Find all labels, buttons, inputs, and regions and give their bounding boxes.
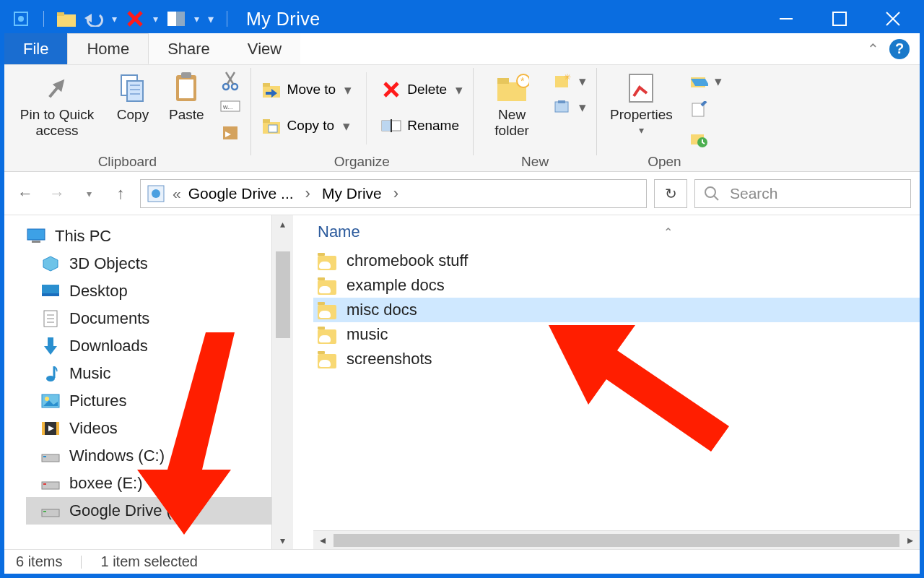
- forward-button[interactable]: →: [45, 181, 69, 206]
- tree-3d-objects[interactable]: 3D Objects: [26, 250, 271, 277]
- tree-desktop[interactable]: Desktop: [26, 277, 271, 305]
- undo-icon[interactable]: [84, 9, 103, 28]
- search-icon: [704, 186, 720, 202]
- pictures-icon: [40, 391, 61, 411]
- copy-button[interactable]: Copy: [110, 68, 156, 123]
- qat-properties-icon[interactable]: [167, 9, 186, 28]
- pin-label: Pin to Quick access: [17, 107, 97, 139]
- breadcrumb-2[interactable]: My Drive: [322, 185, 382, 202]
- scroll-right-icon[interactable]: ▸: [901, 533, 920, 547]
- scroll-thumb[interactable]: [276, 251, 290, 338]
- nav-scrollbar[interactable]: ▴ ▾: [271, 215, 293, 549]
- tree-drive-f[interactable]: Google Drive (F:): [26, 497, 271, 525]
- tree-downloads[interactable]: Downloads: [26, 332, 271, 360]
- folder-cloud-icon: [318, 301, 336, 319]
- rename-button[interactable]: Rename: [378, 114, 466, 137]
- navigation-pane: This PC 3D Objects Desktop Documents Dow…: [4, 215, 293, 549]
- copy-to-button[interactable]: Copy to▾: [258, 114, 355, 137]
- new-folder-button[interactable]: * New folder: [481, 68, 543, 139]
- pin-to-quick-access-button[interactable]: Pin to Quick access: [12, 68, 103, 139]
- scroll-up-icon[interactable]: ▴: [280, 215, 285, 233]
- svg-rect-20: [179, 79, 193, 98]
- status-bar: 6 items 1 item selected: [4, 549, 920, 574]
- tab-share[interactable]: Share: [149, 33, 229, 64]
- file-name: chromebook stuff: [346, 251, 468, 270]
- drive-icon: [40, 501, 61, 521]
- address-bar[interactable]: « Google Drive ... My Drive: [140, 179, 647, 208]
- properties-label: Properties: [610, 107, 673, 123]
- svg-rect-61: [32, 241, 40, 243]
- breadcrumb-1[interactable]: Google Drive ...: [188, 185, 294, 202]
- qat-delete-icon[interactable]: [126, 9, 144, 28]
- svg-rect-2: [57, 14, 76, 27]
- scroll-track[interactable]: [334, 534, 899, 547]
- tab-file[interactable]: File: [4, 33, 67, 64]
- close-button[interactable]: [866, 4, 920, 33]
- list-item[interactable]: chromebook stuff: [313, 249, 920, 273]
- tab-view[interactable]: View: [229, 33, 300, 64]
- list-item[interactable]: example docs: [313, 273, 920, 298]
- back-button[interactable]: ←: [13, 181, 38, 206]
- copy-path-button[interactable]: w...: [217, 95, 243, 118]
- svg-rect-60: [27, 229, 45, 240]
- svg-rect-10: [833, 12, 846, 25]
- list-item[interactable]: misc docs: [313, 298, 920, 322]
- scroll-down-icon[interactable]: ▾: [280, 532, 285, 549]
- tree-videos[interactable]: Videos: [26, 415, 271, 442]
- tab-home[interactable]: Home: [67, 33, 149, 64]
- new-item-button[interactable]: ✳▾: [550, 69, 589, 92]
- refresh-button[interactable]: ↻: [654, 179, 687, 208]
- group-label-open: Open: [604, 152, 725, 170]
- column-header-name[interactable]: Name ⌃: [313, 215, 920, 249]
- help-icon[interactable]: ?: [889, 39, 910, 59]
- drive-icon: [40, 473, 61, 493]
- svg-marker-13: [45, 76, 69, 101]
- paste-shortcut-button[interactable]: [217, 121, 243, 144]
- tree-documents[interactable]: Documents: [26, 305, 271, 332]
- move-to-button[interactable]: Move to▾: [258, 78, 355, 101]
- tree-drive-c[interactable]: Windows (C:): [26, 442, 271, 470]
- breadcrumb-sep: [301, 184, 315, 203]
- copy-to-label: Copy to: [287, 118, 334, 134]
- document-icon: [40, 309, 61, 329]
- nav-tree[interactable]: This PC 3D Objects Desktop Documents Dow…: [4, 215, 271, 549]
- edit-button[interactable]: [686, 98, 725, 121]
- copy-label: Copy: [117, 107, 149, 123]
- ribbon-group-organize: Move to▾ Copy to▾ Delete▾ Rename: [251, 65, 474, 171]
- quick-access-toolbar: ▾ ▾ ▾ ▾: [12, 9, 232, 28]
- recent-locations-button[interactable]: ▾: [77, 181, 101, 206]
- list-item[interactable]: music: [313, 322, 920, 347]
- paste-label: Paste: [169, 107, 204, 123]
- cube-icon: [40, 254, 61, 274]
- list-item[interactable]: screenshots: [313, 347, 920, 371]
- scroll-left-icon[interactable]: ◂: [313, 533, 332, 547]
- cut-button[interactable]: [217, 69, 243, 92]
- tree-this-pc[interactable]: This PC: [26, 223, 271, 250]
- maximize-button[interactable]: [813, 4, 866, 33]
- svg-rect-15: [127, 81, 143, 101]
- history-button[interactable]: [686, 127, 725, 150]
- qat-folder-icon[interactable]: [57, 9, 76, 28]
- up-button[interactable]: ↑: [108, 181, 133, 206]
- paste-button[interactable]: Paste: [163, 68, 210, 123]
- svg-line-24: [227, 72, 235, 84]
- properties-button[interactable]: Properties ▾: [604, 68, 679, 136]
- horizontal-scrollbar[interactable]: ◂ ▸: [313, 530, 920, 549]
- easy-access-button[interactable]: ▾: [550, 95, 589, 118]
- minimize-button[interactable]: [759, 4, 813, 33]
- svg-rect-79: [42, 454, 59, 462]
- file-list[interactable]: chromebook stuffexample docsmisc docsmus…: [313, 249, 920, 530]
- tree-music[interactable]: Music: [26, 360, 271, 387]
- tree-drive-e[interactable]: boxee (E:): [26, 470, 271, 497]
- search-box[interactable]: Search: [694, 179, 911, 208]
- ribbon-group-clipboard: Pin to Quick access Copy Paste w... Clip…: [4, 65, 250, 171]
- tree-pictures[interactable]: Pictures: [26, 387, 271, 415]
- collapse-ribbon-icon[interactable]: ⌃: [867, 40, 879, 58]
- delete-button[interactable]: Delete▾: [378, 78, 466, 101]
- open-button[interactable]: ▾: [686, 69, 725, 92]
- svg-text:w...: w...: [222, 103, 233, 111]
- videos-icon: [40, 418, 61, 439]
- move-to-label: Move to: [287, 82, 336, 98]
- svg-rect-21: [181, 72, 191, 78]
- svg-text:*: *: [520, 75, 525, 87]
